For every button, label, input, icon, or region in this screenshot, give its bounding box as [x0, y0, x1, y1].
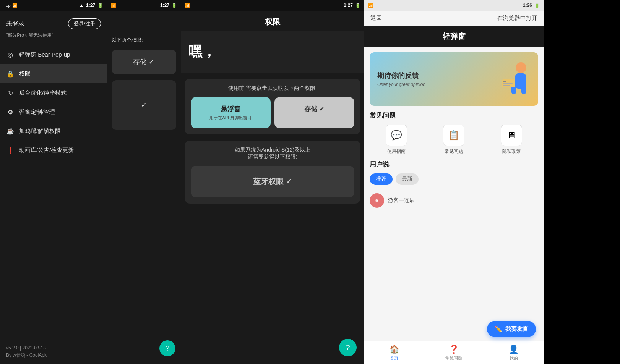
post-comment-label: 我要发言	[505, 325, 528, 333]
permissions-partial-panel: 📶 1:27 🔋 以下两个权限: 存储 ✓ ✓ ?	[107, 0, 181, 364]
notice-icon: ❗	[6, 146, 15, 154]
nav-profile[interactable]: 👤 我的	[484, 345, 544, 361]
partial-permissions-content: 以下两个权限: 存储 ✓ ✓	[107, 11, 181, 133]
post-comment-fab[interactable]: ✏️ 我要发言	[487, 321, 536, 337]
commenter-name: 游客一连辰	[388, 197, 415, 204]
svg-rect-7	[503, 85, 510, 86]
pro-subtitle: "部分Pro功能无法使用"	[6, 32, 101, 39]
version-text: v5.2.0 | 2022-03-13	[6, 345, 101, 351]
status-bar-p2: 📶 1:27 🔋	[107, 0, 181, 11]
faq-icon-box: 📋	[443, 125, 464, 146]
recommend-tag[interactable]: 推荐	[370, 173, 393, 185]
battery-p2: 🔋	[172, 3, 177, 8]
nav-faq[interactable]: ❓ 常见问题	[424, 345, 484, 361]
background-label: 后台优化/纯净模式	[19, 89, 67, 97]
popup-body: 期待你的反馈 Offer your great opinion	[364, 47, 544, 364]
menu-item-popup-manage[interactable]: ⚙ 弹窗定制/管理	[0, 102, 107, 121]
privacy-icon-box: 🖥	[501, 125, 522, 146]
storage-permission-label-p3: 存储 ✓	[278, 105, 351, 113]
latest-tag[interactable]: 最新	[396, 173, 419, 185]
hero-text: 嘿，	[188, 42, 357, 61]
app-name-p1: Top	[4, 3, 11, 8]
faq-item-label: 常见问题	[445, 148, 463, 155]
bear-popup-icon: ◎	[6, 50, 15, 59]
svg-rect-5	[503, 81, 506, 82]
banner-illustration	[500, 60, 531, 98]
username: 未登录	[6, 20, 24, 28]
popup-title: 轻弹窗	[370, 31, 537, 42]
user-row: 未登录 登录/注册	[6, 18, 101, 29]
wifi-icon-p1: ▲	[79, 3, 84, 8]
perms-row: 悬浮窗 用于在APP外弹出窗口 存储 ✓	[191, 97, 354, 128]
bluetooth-permission[interactable]: 蓝牙权限 ✓	[191, 166, 354, 197]
commenter-avatar: 6	[370, 193, 384, 208]
permissions-full-panel: 📶 1:27 🔋 权限 嘿， 使用前,需要点击以获取以下两个权限: 悬浮窗 用于…	[181, 0, 364, 364]
sidebar-panel: Top 📶 ▲ 1:27 🔋 未登录 登录/注册 "部分Pro功能无法使用" ◎…	[0, 0, 107, 364]
home-icon: 🏠	[389, 345, 399, 354]
status-left-p2: 📶	[111, 3, 116, 8]
user-says-title: 用户说	[370, 160, 538, 169]
svg-point-0	[516, 62, 526, 73]
login-button[interactable]: 登录/注册	[68, 18, 101, 29]
status-left-p4: 📶	[368, 3, 373, 8]
status-bar-p3: 📶 1:27 🔋	[181, 0, 364, 11]
status-bar-p1: Top 📶 ▲ 1:27 🔋	[0, 0, 107, 11]
svg-rect-3	[521, 81, 526, 94]
sidebar-footer: v5.2.0 | 2022-03-13 By w骨鸡 - CoolApk	[0, 340, 107, 364]
menu-item-permissions[interactable]: 🔒 权限	[0, 64, 107, 83]
permissions-title: 权限	[265, 17, 280, 27]
fab-button-p2[interactable]: ?	[159, 340, 175, 356]
faq-section-title: 常见问题	[370, 111, 538, 120]
privacy-item[interactable]: 🖥 隐私政策	[485, 125, 538, 155]
guide-label: 使用指南	[387, 148, 406, 155]
faq-icons-row: 💬 使用指南 📋 常见问题 🖥 隐私政策	[370, 125, 538, 155]
section2-intro2: 还需要获得以下权限:	[248, 154, 297, 160]
fab-button-p3[interactable]: ?	[339, 339, 357, 356]
popup-content: 期待你的反馈 Offer your great opinion	[364, 47, 544, 341]
tag-row: 推荐 最新	[370, 173, 538, 185]
battery-p4: 🔋	[534, 3, 540, 8]
float-window-permission[interactable]: 悬浮窗 用于在APP外弹出窗口	[191, 97, 271, 128]
guide-icon-box: 💬	[386, 125, 407, 146]
back-button[interactable]: 返回	[370, 15, 382, 22]
storage-permission[interactable]: 存储 ✓	[274, 97, 354, 128]
menu-item-notice[interactable]: ❗ 动画库/公告/检查更新	[0, 141, 107, 160]
by-text: By w骨鸡 - CoolApk	[6, 352, 101, 359]
menu-item-chicken-leg[interactable]: ☕ 加鸡腿/解锁权限	[0, 121, 107, 141]
svg-rect-6	[503, 83, 513, 84]
privacy-label: 隐私政策	[502, 148, 521, 155]
status-right-p2: 1:27 🔋	[160, 3, 177, 8]
nav-home[interactable]: 🏠 首页	[364, 345, 424, 361]
popup-window-panel: 📶 1:26 🔋 返回 在浏览器中打开 轻弹窗 期待你的反馈 Offer you…	[364, 0, 544, 364]
profile-icon: 👤	[508, 345, 519, 354]
signal-icons-p1: 📶	[12, 3, 18, 8]
open-browser-button[interactable]: 在浏览器中打开	[497, 15, 537, 22]
section1-intro: 使用前,需要点击以获取以下两个权限:	[191, 85, 354, 92]
section2-intro1: 如果系统为Android S(12)及以上	[235, 147, 310, 153]
time-p1: 1:27	[86, 3, 95, 8]
status-left-p1: Top 📶	[4, 3, 18, 8]
banner-figure	[500, 60, 531, 98]
signal-p3: 📶	[185, 3, 190, 8]
home-nav-label: 首页	[390, 355, 398, 361]
background-icon: ↻	[6, 89, 15, 97]
guide-item[interactable]: 💬 使用指南	[370, 125, 423, 155]
faq-nav-label: 常见问题	[445, 355, 462, 361]
fab-icon-p3: ?	[346, 343, 350, 352]
battery-p1: 🔋	[97, 3, 103, 8]
float-window-label: 悬浮窗	[195, 105, 267, 113]
menu-item-bear-popup[interactable]: ◎ 轻弹窗 Bear Pop-up	[0, 45, 107, 64]
storage-permission-box[interactable]: 存储 ✓	[112, 50, 176, 74]
menu-item-background[interactable]: ↻ 后台优化/纯净模式	[0, 83, 107, 102]
banner-subtitle: Offer your great opinion	[377, 82, 500, 87]
chicken-leg-label: 加鸡腿/解锁权限	[19, 128, 61, 135]
banner-text: 期待你的反馈 Offer your great opinion	[377, 71, 500, 87]
permissions-section-1: 使用前,需要点击以获取以下两个权限: 悬浮窗 用于在APP外弹出窗口 存储 ✓	[185, 79, 360, 134]
popup-manage-label: 弹窗定制/管理	[19, 108, 55, 116]
battery-p3: 🔋	[355, 3, 360, 8]
permissions-body: 嘿， 使用前,需要点击以获取以下两个权限: 悬浮窗 用于在APP外弹出窗口 存储…	[181, 31, 364, 364]
float-window-sublabel: 用于在APP外弹出窗口	[195, 115, 267, 121]
faq-item[interactable]: 📋 常见问题	[427, 125, 480, 155]
permissions-section-2: 如果系统为Android S(12)及以上 还需要获得以下权限: 蓝牙权限 ✓	[185, 141, 360, 204]
feedback-banner: 期待你的反馈 Offer your great opinion	[370, 52, 538, 106]
